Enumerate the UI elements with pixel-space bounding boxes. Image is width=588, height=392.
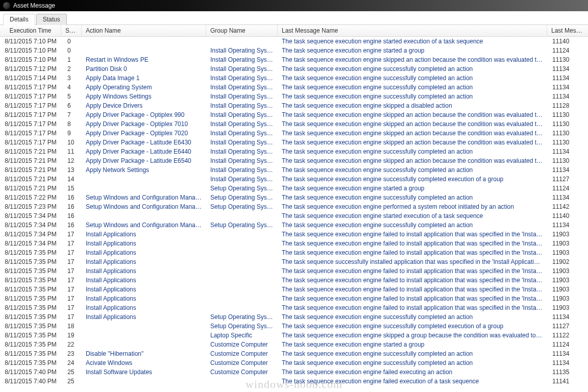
cell-group-name: Install Operating System: [206, 92, 278, 101]
cell-action-name: Setup Windows and Configuration Manager: [82, 202, 206, 211]
cell-step: 0: [61, 37, 82, 46]
cell-last-message-id: 11903: [547, 294, 588, 303]
table-row[interactable]: 8/11/2015 7:35 PM19Laptop SpecificThe ta…: [0, 331, 588, 340]
cell-execution-time: 8/11/2015 7:35 PM: [0, 285, 61, 294]
table-row[interactable]: 8/11/2015 7:34 PM17Install ApplicationsT…: [0, 230, 588, 239]
cell-group-name: Install Operating System: [206, 147, 278, 156]
table-row[interactable]: 8/11/2015 7:35 PM17Install ApplicationsT…: [0, 276, 588, 285]
cell-last-message: The task sequence execution engine succe…: [278, 147, 547, 156]
cell-execution-time: 8/11/2015 7:23 PM: [0, 202, 61, 211]
cell-last-message: The task sequence execution engine faile…: [278, 230, 547, 239]
col-header-last-message[interactable]: Last Message Name: [278, 25, 547, 36]
cell-last-message: The task sequence execution engine skipp…: [278, 138, 547, 147]
table-row[interactable]: 8/11/2015 7:35 PM23Disable "Hibernation"…: [0, 349, 588, 358]
table-row[interactable]: 8/11/2015 7:12 PM2Partition Disk 0Instal…: [0, 64, 588, 74]
table-row[interactable]: 8/11/2015 7:17 PM7Apply Driver Package -…: [0, 110, 588, 119]
grid-header: Execution Time Step▲ Action Name Group N…: [0, 25, 588, 37]
cell-step: 13: [61, 165, 82, 175]
cell-last-message: The task sequence execution engine faile…: [278, 303, 547, 312]
cell-step: 17: [61, 303, 82, 312]
table-row[interactable]: 8/11/2015 7:14 PM3Apply Data Image 1Inst…: [0, 74, 588, 83]
cell-execution-time: 8/11/2015 7:35 PM: [0, 340, 61, 349]
cell-group-name: [206, 248, 278, 257]
table-row[interactable]: 8/11/2015 7:17 PM9Apply Driver Package -…: [0, 129, 588, 138]
cell-last-message-id: 11903: [547, 285, 588, 294]
table-row[interactable]: 8/11/2015 7:17 PM10Apply Driver Package …: [0, 138, 588, 147]
table-row[interactable]: 8/11/2015 7:21 PM12Apply Driver Package …: [0, 156, 588, 165]
table-row[interactable]: 8/11/2015 7:22 PM16Setup Windows and Con…: [0, 193, 588, 202]
cell-last-message: The task sequence execution engine skipp…: [278, 101, 547, 110]
cell-group-name: [206, 294, 278, 303]
table-row[interactable]: 8/11/2015 7:21 PM11Apply Driver Package …: [0, 147, 588, 156]
table-row[interactable]: 8/11/2015 7:17 PM6Apply Device DriversIn…: [0, 101, 588, 110]
col-header-last-message-id[interactable]: Last Message ID: [547, 25, 588, 36]
cell-execution-time: 8/11/2015 7:10 PM: [0, 37, 61, 46]
col-header-execution-time[interactable]: Execution Time: [0, 25, 61, 36]
table-row[interactable]: 8/11/2015 7:10 PM0The task sequence exec…: [0, 37, 588, 46]
cell-step: 5: [61, 92, 82, 101]
cell-group-name: [206, 266, 278, 276]
cell-group-name: Install Operating System: [206, 83, 278, 92]
cell-group-name: Install Operating System: [206, 64, 278, 74]
cell-group-name: Install Operating System: [206, 55, 278, 64]
cell-group-name: [206, 257, 278, 266]
table-row[interactable]: 8/11/2015 7:35 PM24Acivate WindowsCustom…: [0, 358, 588, 368]
cell-last-message: The task sequence execution engine faile…: [278, 294, 547, 303]
cell-last-message-id: 11134: [547, 74, 588, 83]
cell-last-message-id: 11903: [547, 230, 588, 239]
table-row[interactable]: 8/11/2015 7:17 PM4Apply Operating System…: [0, 83, 588, 92]
table-row[interactable]: 8/11/2015 7:21 PM15Setup Operating Syste…: [0, 184, 588, 193]
cell-action-name: Apply Driver Package - Latitude E6430: [82, 138, 206, 147]
table-row[interactable]: 8/11/2015 7:34 PM16The task sequence exe…: [0, 211, 588, 220]
cell-execution-time: 8/11/2015 7:12 PM: [0, 64, 61, 74]
cell-step: 10: [61, 138, 82, 147]
table-row[interactable]: 8/11/2015 7:40 PM25Install Software Upda…: [0, 368, 588, 377]
cell-execution-time: 8/11/2015 7:35 PM: [0, 358, 61, 368]
cell-action-name: Install Applications: [82, 266, 206, 276]
table-row[interactable]: 8/11/2015 7:35 PM17Install ApplicationsT…: [0, 294, 588, 303]
table-row[interactable]: 8/11/2015 7:17 PM5Apply Windows Settings…: [0, 92, 588, 101]
table-row[interactable]: 8/11/2015 7:40 PM25The task sequence exe…: [0, 377, 588, 386]
cell-last-message-id: 11140: [547, 37, 588, 46]
table-row[interactable]: 8/11/2015 7:35 PM18Setup Operating Syste…: [0, 322, 588, 331]
table-row[interactable]: 8/11/2015 7:34 PM17Install ApplicationsT…: [0, 239, 588, 248]
table-row[interactable]: 8/11/2015 7:17 PM8Apply Driver Package -…: [0, 119, 588, 129]
table-row[interactable]: 8/11/2015 7:21 PM14Install Operating Sys…: [0, 175, 588, 184]
cell-group-name: Customize Computer: [206, 358, 278, 368]
cell-last-message: The task sequence execution engine succe…: [278, 312, 547, 322]
cell-group-name: Install Operating System: [206, 110, 278, 119]
cell-group-name: Setup Operating System: [206, 202, 278, 211]
table-row[interactable]: 8/11/2015 7:35 PM17Install ApplicationsT…: [0, 303, 588, 312]
cell-group-name: [206, 285, 278, 294]
table-row[interactable]: 8/11/2015 7:35 PM17Install ApplicationsT…: [0, 285, 588, 294]
cell-action-name: Install Applications: [82, 276, 206, 285]
cell-last-message-id: 11134: [547, 193, 588, 202]
col-header-step[interactable]: Step▲: [61, 25, 82, 36]
tab-label: Status: [43, 16, 60, 23]
cell-last-message: The task sequence execution engine faile…: [278, 248, 547, 257]
cell-last-message-id: 11124: [547, 46, 588, 55]
table-row[interactable]: 8/11/2015 7:35 PM17Install ApplicationsS…: [0, 312, 588, 322]
tab-details[interactable]: Details: [3, 14, 35, 25]
grid-body[interactable]: 8/11/2015 7:10 PM0The task sequence exec…: [0, 37, 588, 386]
cell-last-message: The task sequence execution engine succe…: [278, 83, 547, 92]
cell-group-name: [206, 37, 278, 46]
table-row[interactable]: 8/11/2015 7:35 PM17Install ApplicationsT…: [0, 257, 588, 266]
cell-execution-time: 8/11/2015 7:17 PM: [0, 138, 61, 147]
table-row[interactable]: 8/11/2015 7:10 PM0Install Operating Syst…: [0, 46, 588, 55]
table-row[interactable]: 8/11/2015 7:23 PM16Setup Windows and Con…: [0, 202, 588, 211]
col-header-group-name[interactable]: Group Name: [206, 25, 278, 36]
cell-action-name: Install Applications: [82, 285, 206, 294]
cell-last-message-id: 11134: [547, 220, 588, 230]
table-row[interactable]: 8/11/2015 7:21 PM13Apply Network Setting…: [0, 165, 588, 175]
table-row[interactable]: 8/11/2015 7:35 PM17Install ApplicationsT…: [0, 266, 588, 276]
table-row[interactable]: 8/11/2015 7:35 PM17Install ApplicationsT…: [0, 248, 588, 257]
tab-status[interactable]: Status: [36, 14, 67, 25]
table-row[interactable]: 8/11/2015 7:34 PM16Setup Windows and Con…: [0, 220, 588, 230]
table-row[interactable]: 8/11/2015 7:10 PM1Restart in Windows PEI…: [0, 55, 588, 64]
cell-step: 17: [61, 285, 82, 294]
table-row[interactable]: 8/11/2015 7:35 PM22Customize ComputerThe…: [0, 340, 588, 349]
cell-execution-time: 8/11/2015 7:17 PM: [0, 83, 61, 92]
col-header-action-name[interactable]: Action Name: [82, 25, 206, 36]
cell-action-name: Apply Driver Package - Latitude E6540: [82, 156, 206, 165]
